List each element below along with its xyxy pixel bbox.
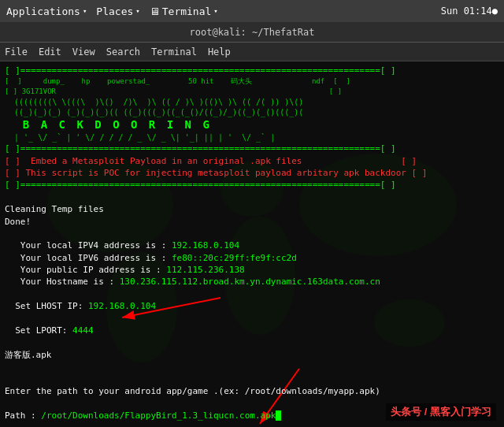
cleaning-line: Cleaning Temp files	[5, 203, 499, 215]
menu-edit[interactable]: Edit	[39, 46, 61, 58]
places-label: Places	[96, 6, 133, 17]
places-arrow: ▾	[135, 7, 139, 15]
empty2	[5, 228, 499, 239]
empty3	[5, 288, 499, 300]
ascii-art-line2: ((_)(_)(_) (_)(_)(_)(( ((_)(((_)((_(_()/…	[5, 107, 499, 117]
id-line: [ ] 3G171VOR [ ]	[5, 87, 499, 97]
lport-line: Set LPORT: 4444	[5, 325, 499, 336]
ascii-art-line3: B A C K D O O R I N G	[5, 117, 499, 133]
terminal-arrow: ▾	[213, 7, 217, 15]
public-ip-line: Your public IP address is : 112.115.236.…	[5, 264, 499, 276]
places-menu[interactable]: Places ▾	[96, 6, 139, 17]
applications-arrow: ▾	[83, 7, 87, 15]
apk-filename: 游客版.apk	[5, 349, 499, 361]
terminal-titlebar: root@kali: ~/ThefatRat	[0, 22, 504, 43]
terminal-content[interactable]: [ ]=====================================…	[0, 61, 504, 427]
ipv4-line: Your local IPV4 address is : 192.168.0.1…	[5, 239, 499, 251]
watermark: 头条号 / 黑客入门学习	[386, 403, 496, 421]
path-prompt-line: Enter the path to your android app/game …	[5, 385, 499, 397]
empty5	[5, 336, 499, 348]
applications-menu[interactable]: Applications ▾	[6, 6, 87, 17]
banner-border-bottom: [ ]=====================================…	[5, 179, 499, 191]
ascii-art-line4: | '_ \/ _` | ' \/ / / / / _ \/ _ \| '_| …	[5, 132, 499, 143]
system-bar: Applications ▾ Places ▾ 🖥 Terminal ▾ Sun…	[0, 0, 504, 22]
menu-search[interactable]: Search	[106, 46, 140, 58]
cursor	[276, 410, 281, 421]
system-time: Sun 01:14●	[441, 6, 498, 17]
terminal-text: [ ]=====================================…	[5, 65, 499, 421]
poc-line: [ ] This script is POC for injecting met…	[5, 167, 499, 179]
terminal-menubar: File Edit View Search Terminal Help	[0, 43, 504, 61]
lhost-line: Set LHOST IP: 192.168.0.104	[5, 300, 499, 312]
sys-bar-left: Applications ▾ Places ▾ 🖥 Terminal ▾	[6, 6, 218, 17]
terminal-menu-btn[interactable]: 🖥 Terminal ▾	[150, 6, 218, 17]
empty1	[5, 191, 499, 203]
menu-view[interactable]: View	[72, 46, 95, 58]
applications-label: Applications	[6, 6, 80, 17]
empty7	[5, 373, 499, 385]
terminal-label: Terminal	[162, 6, 212, 17]
hostname-line: Your Hostname is : 130.236.115.112.broad…	[5, 276, 499, 288]
banner-border-top: [ ]=====================================…	[5, 65, 499, 76]
empty4	[5, 313, 499, 325]
banner-border-mid: [ ]=====================================…	[5, 143, 499, 154]
ipv6-line: Your local IPV6 address is : fe80::20c:2…	[5, 252, 499, 264]
embed-line: [ ] Embed a Metasploit Payload in an ori…	[5, 155, 499, 167]
menu-terminal[interactable]: Terminal	[151, 46, 197, 58]
terminal-icon: 🖥	[150, 6, 160, 17]
done-line: Done!	[5, 216, 499, 228]
dump-line: [ ] dump_ hp powerstad_ 50 hit 码大头 ndf […	[5, 76, 499, 87]
ascii-art-line1: ((((((((\ \(((\ )\() /)\ )\ (( / )\ )(()…	[5, 97, 499, 107]
terminal-window: root@kali: ~/ThefatRat File Edit View Se…	[0, 22, 504, 427]
menu-help[interactable]: Help	[208, 46, 231, 58]
empty6	[5, 361, 499, 373]
menu-file[interactable]: File	[5, 46, 28, 58]
